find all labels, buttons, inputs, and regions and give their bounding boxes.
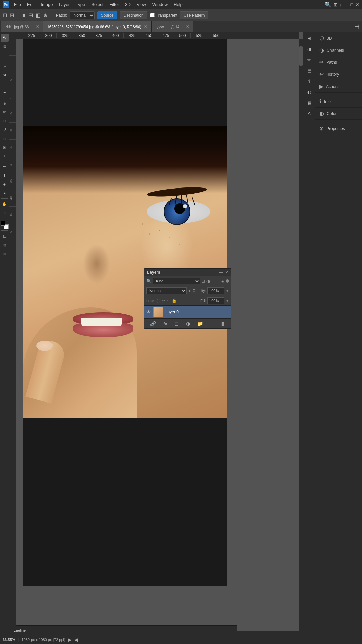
transparent-check-input[interactable]: [150, 13, 155, 17]
use-pattern-btn[interactable]: Use Pattern: [180, 11, 208, 19]
patch-mode-select[interactable]: Normal: [70, 11, 95, 19]
layers-panel-header[interactable]: Layers — ✕: [144, 269, 231, 276]
app-icon[interactable]: Ps: [3, 1, 9, 8]
tool-hand[interactable]: ✋: [1, 200, 9, 208]
panel-icon-info-bar[interactable]: ℹ: [305, 76, 314, 86]
pixel-filter-icon[interactable]: ⊡: [201, 279, 205, 284]
layers-filter-toggle[interactable]: [226, 279, 229, 283]
fx-btn[interactable]: fx: [162, 321, 169, 327]
menu-filter[interactable]: Filter: [107, 1, 122, 8]
source-btn[interactable]: Source: [97, 11, 117, 19]
shape-filter-icon[interactable]: ⬚: [216, 279, 220, 284]
collapse-panel-btn[interactable]: —: [219, 270, 223, 275]
menu-layer[interactable]: Layer: [56, 1, 73, 8]
link-layers-btn[interactable]: 🔗: [149, 320, 157, 327]
tool-eraser[interactable]: ◻: [1, 134, 9, 142]
layers-filter-select[interactable]: Kind: [153, 278, 200, 284]
minimize-btn[interactable]: —: [344, 2, 349, 7]
tool-lasso[interactable]: ⌀: [1, 62, 9, 70]
lock-pixels-icon[interactable]: ⬚: [157, 298, 160, 303]
panel-icon-arrange[interactable]: ⊞: [305, 34, 314, 43]
menu-edit[interactable]: Edit: [24, 1, 37, 8]
blend-mode-select[interactable]: Normal: [146, 287, 187, 294]
adjustment-btn[interactable]: ◑: [185, 320, 191, 327]
tool-gradient[interactable]: ▣: [1, 143, 9, 151]
close-btn[interactable]: ✕: [355, 2, 359, 7]
mask-btn[interactable]: ◻: [173, 320, 180, 327]
adjust-filter-icon[interactable]: ◑: [206, 279, 210, 284]
new-layer-btn[interactable]: +: [209, 320, 215, 327]
workspace-btn[interactable]: ⊞: [334, 2, 338, 7]
tool-brush[interactable]: ✏: [1, 108, 9, 116]
text-filter-icon[interactable]: T: [212, 279, 214, 284]
scrollbar-right[interactable]: [299, 39, 303, 631]
panel-icon-layers-bar[interactable]: ▤: [305, 66, 314, 75]
panel-item-channels[interactable]: ◑ Channels: [315, 44, 362, 56]
maximize-btn[interactable]: □: [351, 2, 353, 7]
panel-item-info[interactable]: ℹ Info: [315, 96, 362, 108]
tool-crop[interactable]: ⌗: [1, 79, 9, 88]
panel-item-history[interactable]: ↩ History: [315, 68, 362, 80]
tool-artboard2[interactable]: ⊞: [1, 250, 9, 258]
layer-row-0[interactable]: 👁 Layer 0: [144, 306, 231, 319]
menu-image[interactable]: Image: [38, 1, 55, 8]
panel-icon-color-bar[interactable]: ◐: [305, 87, 314, 97]
close-panel-btn[interactable]: ✕: [225, 270, 228, 275]
lock-all-icon[interactable]: 🔒: [172, 298, 177, 303]
tab-0-close[interactable]: ✕: [36, 24, 39, 29]
delete-layer-btn[interactable]: 🗑: [219, 320, 227, 327]
tool-shape[interactable]: ■: [1, 189, 9, 197]
tool-text[interactable]: T: [1, 171, 9, 179]
share-btn[interactable]: ↑: [340, 2, 342, 7]
tab-0[interactable]: zhk1.jpg @ 66.... ✕: [1, 21, 43, 32]
menu-help[interactable]: Help: [171, 1, 185, 8]
panel-item-color[interactable]: ◐ Color: [315, 108, 362, 120]
fill-input[interactable]: [207, 297, 224, 304]
tab-2[interactable]: tyyyy.jpg @ 14.... ✕: [152, 21, 194, 32]
nav-arrow[interactable]: ▶: [68, 637, 72, 642]
panel-icon-paths-bar[interactable]: ✏: [305, 55, 314, 64]
panel-item-properties[interactable]: ⊛ Properties: [315, 123, 362, 135]
lock-move-icon[interactable]: ✏: [162, 298, 165, 303]
tool-select[interactable]: ⊡: [1, 42, 9, 50]
menu-3d[interactable]: 3D: [122, 1, 133, 8]
panel-icon-swatches-bar[interactable]: ▦: [305, 98, 314, 107]
layer-visibility-icon[interactable]: 👁: [146, 309, 151, 315]
tool-healing[interactable]: ⊕: [1, 99, 9, 107]
tool-history-brush[interactable]: ↺: [1, 125, 9, 133]
panel-icon-channels[interactable]: ◑: [305, 44, 314, 54]
panel-item-actions[interactable]: ▶ Actions: [315, 80, 362, 93]
lock-artboard-icon[interactable]: ↔: [166, 298, 170, 303]
panel-item-3d[interactable]: ⬡ 3D: [315, 32, 362, 44]
menu-view[interactable]: View: [134, 1, 149, 8]
search-btn[interactable]: 🔍: [325, 1, 331, 8]
menu-select[interactable]: Select: [88, 1, 106, 8]
menu-file[interactable]: File: [11, 1, 24, 8]
tool-move[interactable]: ↖: [1, 34, 9, 42]
tool-pen[interactable]: ✒: [1, 163, 9, 171]
fg-color-swatch[interactable]: [1, 221, 5, 226]
scrollbar-thumb-v[interactable]: [299, 46, 303, 66]
tool-path-select[interactable]: ◈: [1, 180, 9, 188]
tool-eyedropper[interactable]: ✒: [1, 88, 9, 96]
panel-icon-props-bar[interactable]: A: [305, 109, 314, 118]
tool-zoom[interactable]: ⌕: [1, 209, 9, 217]
menu-window[interactable]: Window: [149, 1, 170, 8]
transparent-checkbox[interactable]: Transparent: [150, 13, 177, 18]
tab-1[interactable]: 16230298_32511799454.jpg @ 66.6% (Layer …: [43, 21, 152, 32]
tool-marquee[interactable]: ⬚: [1, 53, 9, 61]
group-btn[interactable]: 📁: [196, 320, 204, 327]
smart-filter-icon[interactable]: ◈: [221, 279, 224, 284]
panel-item-paths[interactable]: ✏ Paths: [315, 56, 362, 68]
tool-stamp[interactable]: ⊟: [1, 117, 9, 125]
tool-frame[interactable]: ⊡: [1, 241, 9, 249]
menu-type[interactable]: Type: [73, 1, 88, 8]
tab-1-close[interactable]: ✕: [144, 24, 147, 29]
destination-btn[interactable]: Destination: [120, 11, 147, 19]
tab-2-close[interactable]: ✕: [186, 24, 189, 29]
tool-mask[interactable]: ◻: [1, 232, 9, 240]
nav-arrow-back[interactable]: ◀: [74, 637, 78, 642]
opacity-input[interactable]: [207, 287, 224, 294]
collapse-panels-btn[interactable]: ⊣: [352, 23, 362, 30]
tool-dodge[interactable]: ○: [1, 152, 9, 160]
